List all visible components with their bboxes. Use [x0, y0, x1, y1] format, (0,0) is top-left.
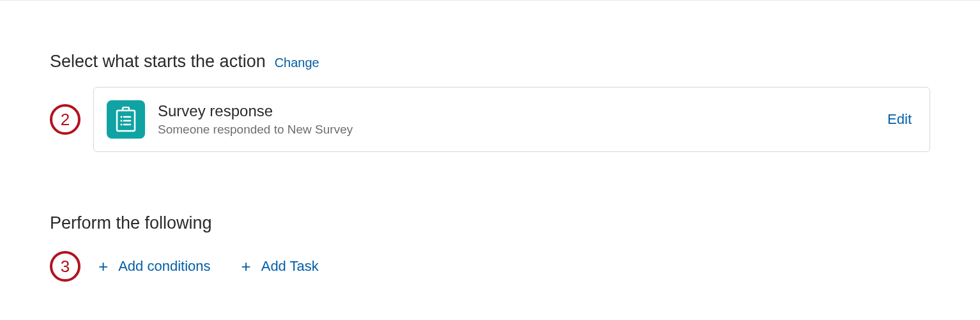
actions-row: 3 + Add conditions + Add Task	[50, 251, 930, 282]
trigger-title: Survey response	[158, 102, 875, 120]
step-badge-2: 2	[50, 104, 80, 135]
trigger-section-header: Select what starts the action Change	[50, 52, 930, 72]
plus-icon: +	[98, 258, 108, 275]
perform-section: Perform the following 3 + Add conditions…	[50, 213, 930, 282]
step-badge-3: 3	[50, 251, 80, 282]
add-conditions-button[interactable]: + Add conditions	[98, 258, 211, 275]
clipboard-icon	[107, 100, 145, 139]
add-conditions-label: Add conditions	[118, 258, 210, 275]
action-buttons: + Add conditions + Add Task	[98, 258, 319, 275]
add-task-button[interactable]: + Add Task	[241, 258, 319, 275]
trigger-text: Survey response Someone responded to New…	[158, 102, 875, 137]
change-link[interactable]: Change	[275, 56, 319, 70]
perform-section-title: Perform the following	[50, 213, 930, 233]
trigger-card[interactable]: Survey response Someone responded to New…	[93, 87, 930, 152]
edit-link[interactable]: Edit	[887, 111, 912, 128]
add-task-label: Add Task	[261, 258, 319, 275]
plus-icon: +	[241, 258, 251, 275]
trigger-section-title: Select what starts the action	[50, 52, 266, 72]
trigger-subtitle: Someone responded to New Survey	[158, 123, 875, 137]
step-number: 2	[61, 110, 70, 130]
step-number: 3	[61, 257, 70, 277]
trigger-row: 2 Survey response Someone responded to N…	[50, 87, 930, 152]
